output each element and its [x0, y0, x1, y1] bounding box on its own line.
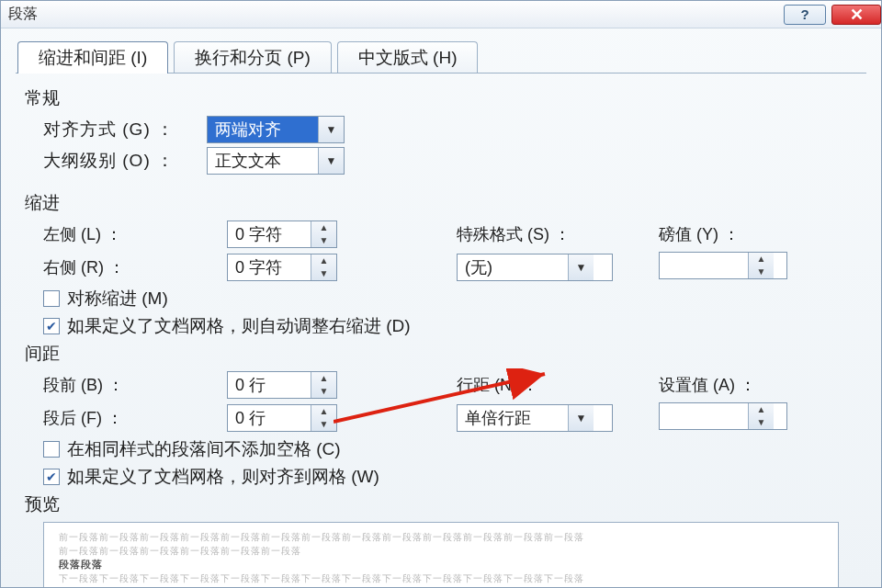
preview-next-line: 下一段落下一段落下一段落下一段落下一段落下一段落下一段落下一段落下一段落下一段落… — [59, 571, 823, 585]
outline-combo[interactable]: 正文文本 ▼ — [207, 147, 345, 175]
space-after-spinner[interactable]: 0 行 ▲▼ — [227, 404, 337, 432]
indent-right-spinner[interactable]: 0 字符 ▲▼ — [227, 254, 337, 281]
section-spacing: 间距 — [25, 342, 857, 366]
label-no-space-same-style: 在相同样式的段落间不添加空格 (C) — [67, 437, 341, 461]
spinner-buttons[interactable]: ▲▼ — [311, 405, 336, 431]
preview-prev-line: 前一段落前一段落前一段落前一段落前一段落前一段落 — [59, 544, 823, 558]
label-indent-right: 右侧 (R) ： — [43, 256, 227, 278]
label-by-value: 磅值 (Y) ： — [659, 223, 852, 245]
preview-box: 前一段落前一段落前一段落前一段落前一段落前一段落前一段落前一段落前一段落前一段落… — [43, 522, 839, 588]
tab-indent-spacing[interactable]: 缩进和间距 (I) — [17, 41, 168, 74]
chevron-down-icon[interactable]: ▼ — [318, 148, 344, 174]
spinner-buttons[interactable]: ▲▼ — [311, 372, 336, 398]
line-spacing-value: 单倍行距 — [458, 405, 568, 431]
at-value-value — [660, 403, 748, 429]
window-buttons: ? ✕ — [784, 5, 881, 25]
label-auto-adjust-right-indent: 如果定义了文档网格，则自动调整右缩进 (D) — [67, 314, 411, 338]
section-preview: 预览 — [25, 492, 857, 516]
indent-left-spinner[interactable]: 0 字符 ▲▼ — [227, 220, 337, 248]
panel-indent-spacing: 常规 对齐方式 (G) ： 两端对齐 ▼ 大纲级别 (O) ： 正文文本 ▼ 缩… — [16, 73, 866, 588]
label-mirror-indent: 对称缩进 (M) — [67, 287, 168, 311]
tabs: 缩进和间距 (I) 换行和分页 (P) 中文版式 (H) — [17, 41, 881, 74]
alignment-combo[interactable]: 两端对齐 ▼ — [207, 116, 345, 143]
checkbox-snap-to-grid[interactable]: ✔ 如果定义了文档网格，则对齐到网格 (W) — [43, 465, 857, 489]
paragraph-dialog: 段落 ? ✕ 缩进和间距 (I) 换行和分页 (P) 中文版式 (H) 常规 对… — [0, 0, 882, 588]
chevron-down-icon[interactable]: ▼ — [568, 254, 594, 280]
special-format-combo[interactable]: (无) ▼ — [457, 254, 613, 281]
checkbox-icon: ✔ — [43, 469, 60, 485]
label-line-spacing: 行距 (N) ： — [457, 374, 659, 396]
checkbox-icon — [43, 441, 60, 458]
section-general: 常规 — [25, 86, 857, 110]
help-button[interactable]: ? — [784, 5, 826, 25]
titlebar: 段落 ? ✕ — [1, 1, 881, 28]
alignment-value: 两端对齐 — [208, 117, 318, 142]
outline-value: 正文文本 — [208, 148, 318, 174]
section-indent: 缩进 — [25, 191, 857, 215]
spinner-buttons[interactable]: ▲▼ — [748, 403, 774, 429]
chevron-down-icon[interactable]: ▼ — [318, 117, 344, 142]
label-space-after: 段后 (F) ： — [43, 407, 227, 429]
by-value-value — [660, 253, 748, 278]
line-spacing-combo[interactable]: 单倍行距 ▼ — [457, 404, 613, 432]
label-alignment: 对齐方式 (G) ： — [43, 118, 199, 141]
spinner-buttons[interactable]: ▲▼ — [311, 254, 336, 280]
preview-sample: 段落段落 — [59, 558, 823, 571]
checkbox-icon: ✔ — [43, 318, 60, 334]
special-format-value: (无) — [458, 254, 568, 280]
by-value-spinner[interactable]: ▲▼ — [659, 252, 787, 279]
indent-right-value: 0 字符 — [228, 254, 311, 280]
label-at-value: 设置值 (A) ： — [659, 374, 852, 396]
checkbox-mirror-indent[interactable]: 对称缩进 (M) — [43, 287, 857, 311]
checkbox-auto-adjust-right-indent[interactable]: ✔ 如果定义了文档网格，则自动调整右缩进 (D) — [43, 314, 857, 338]
checkbox-icon — [43, 290, 60, 307]
label-indent-left: 左侧 (L) ： — [43, 223, 227, 245]
label-special-format: 特殊格式 (S) ： — [457, 223, 659, 245]
tab-line-page-breaks[interactable]: 换行和分页 (P) — [174, 41, 332, 74]
label-snap-to-grid: 如果定义了文档网格，则对齐到网格 (W) — [67, 465, 379, 489]
at-value-spinner[interactable]: ▲▼ — [659, 402, 787, 430]
spinner-buttons[interactable]: ▲▼ — [748, 253, 774, 278]
window-title: 段落 — [8, 5, 38, 24]
chevron-down-icon[interactable]: ▼ — [568, 405, 594, 431]
preview-prev-line: 前一段落前一段落前一段落前一段落前一段落前一段落前一段落前一段落前一段落前一段落… — [59, 530, 823, 544]
tab-asian-typography[interactable]: 中文版式 (H) — [337, 41, 479, 74]
space-after-value: 0 行 — [228, 405, 311, 431]
close-button[interactable]: ✕ — [831, 5, 881, 25]
label-outline-level: 大纲级别 (O) ： — [43, 149, 199, 173]
label-space-before: 段前 (B) ： — [43, 374, 227, 396]
space-before-value: 0 行 — [228, 372, 311, 398]
space-before-spinner[interactable]: 0 行 ▲▼ — [227, 371, 337, 399]
checkbox-no-space-same-style[interactable]: 在相同样式的段落间不添加空格 (C) — [43, 437, 857, 461]
spinner-buttons[interactable]: ▲▼ — [311, 221, 336, 247]
indent-left-value: 0 字符 — [228, 221, 311, 247]
